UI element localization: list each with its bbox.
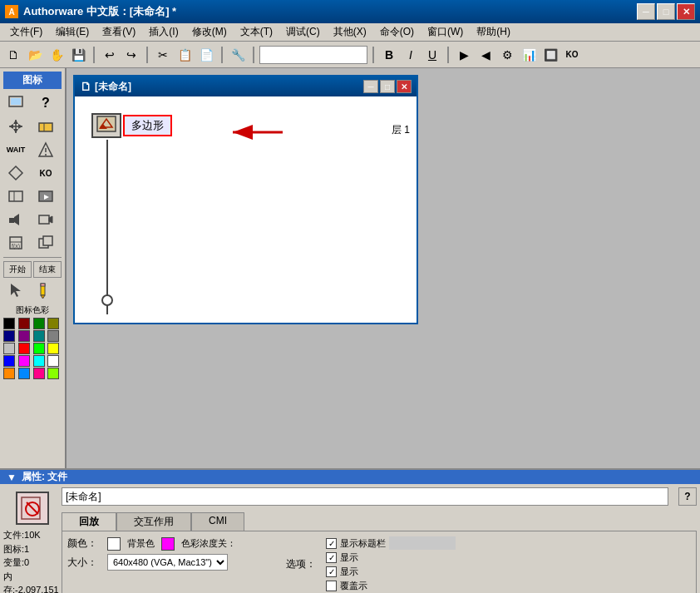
color-swatch-4[interactable] bbox=[3, 330, 15, 342]
cmi-options-row: 选项： ✓ 显示标题栏 ✓ 显示 bbox=[286, 536, 456, 592]
color-swatch-18[interactable] bbox=[33, 368, 45, 379]
minimize-button[interactable]: ─ bbox=[637, 3, 655, 20]
checkbox-1[interactable]: ✓ bbox=[326, 538, 337, 549]
color-swatch-3[interactable] bbox=[47, 318, 59, 329]
color-swatch-1[interactable] bbox=[18, 318, 30, 329]
menu-command[interactable]: 命令(O) bbox=[373, 23, 421, 41]
icon-decision[interactable] bbox=[3, 162, 28, 184]
pencil-tool[interactable] bbox=[30, 279, 55, 301]
gear-button[interactable]: ⚙ bbox=[497, 45, 517, 65]
color-swatch-9[interactable] bbox=[18, 343, 30, 354]
back-button[interactable]: ◀ bbox=[476, 45, 495, 65]
intensity-color-swatch[interactable] bbox=[161, 537, 175, 551]
menu-file[interactable]: 文件(F) bbox=[3, 23, 49, 41]
icon-sound[interactable] bbox=[3, 209, 28, 230]
arrow-pointer[interactable] bbox=[3, 279, 28, 301]
doc-maximize-button[interactable]: □ bbox=[380, 80, 395, 93]
open-button[interactable]: 📂 bbox=[25, 45, 45, 65]
settings-button[interactable]: 🔧 bbox=[228, 45, 248, 65]
icon-map[interactable] bbox=[3, 185, 28, 207]
menu-edit[interactable]: 编辑(E) bbox=[49, 23, 96, 41]
menu-view[interactable]: 查看(V) bbox=[96, 23, 142, 41]
color-swatch-2[interactable] bbox=[33, 318, 45, 329]
icon-nav[interactable] bbox=[33, 139, 58, 161]
doc-close-button[interactable]: ✕ bbox=[397, 80, 412, 93]
icon-calc[interactable]: f(x) bbox=[3, 232, 28, 254]
filename-input[interactable] bbox=[62, 487, 668, 506]
color-swatch-11[interactable] bbox=[47, 343, 59, 354]
new-button[interactable]: 🗋 bbox=[3, 45, 23, 65]
color-swatch-6[interactable] bbox=[33, 330, 45, 342]
close-button[interactable]: ✕ bbox=[677, 3, 695, 20]
blurred-content-1 bbox=[389, 536, 456, 550]
color-swatch-5[interactable] bbox=[18, 330, 30, 342]
icon-display[interactable] bbox=[3, 92, 28, 114]
maximize-button[interactable]: □ bbox=[657, 3, 675, 20]
color-swatch-12[interactable] bbox=[3, 355, 15, 367]
color-swatch-0[interactable] bbox=[3, 318, 15, 329]
play-button[interactable]: ▶ bbox=[454, 45, 474, 65]
svg-rect-16 bbox=[9, 218, 14, 223]
color-swatch-14[interactable] bbox=[33, 355, 45, 367]
color-swatch-16[interactable] bbox=[3, 368, 15, 379]
flow-node[interactable]: 多边形 bbox=[91, 113, 172, 138]
cut-button[interactable]: ✂ bbox=[153, 45, 173, 65]
bold-button[interactable]: B bbox=[379, 45, 399, 65]
ko-button[interactable]: KO bbox=[562, 45, 582, 65]
color-swatch-17[interactable] bbox=[18, 368, 30, 379]
svg-rect-6 bbox=[39, 123, 52, 131]
chart-button[interactable]: 📊 bbox=[519, 45, 539, 65]
properties-panel: ▼ 属性: 文件 文件:10K 图标:1 变量:0 内存:-2,097,151 bbox=[0, 468, 700, 593]
icon-digital-movie[interactable] bbox=[33, 185, 58, 207]
menu-window[interactable]: 窗口(W) bbox=[421, 23, 470, 41]
menu-help[interactable]: 帮助(H) bbox=[470, 23, 517, 41]
start-button[interactable]: 开始 bbox=[3, 261, 32, 278]
tab-playback[interactable]: 回放 bbox=[62, 512, 116, 531]
tab-cmi[interactable]: CMI bbox=[191, 512, 244, 531]
end-button[interactable]: 结束 bbox=[33, 261, 62, 278]
copy-button[interactable]: 📋 bbox=[175, 45, 195, 65]
hand-button[interactable]: ✋ bbox=[47, 45, 67, 65]
menu-modify[interactable]: 修改(M) bbox=[185, 23, 234, 41]
color-swatch-19[interactable] bbox=[47, 368, 59, 379]
color-swatch-7[interactable] bbox=[47, 330, 59, 342]
undo-button[interactable]: ↩ bbox=[100, 45, 120, 65]
font-dropdown[interactable] bbox=[259, 46, 367, 64]
menu-other[interactable]: 其他(X) bbox=[327, 23, 373, 41]
checkbox-3[interactable]: ✓ bbox=[326, 566, 337, 577]
memory-info: 内存:-2,097,151 bbox=[3, 570, 62, 593]
icon-ko[interactable]: KO bbox=[33, 162, 58, 184]
icon-group[interactable] bbox=[33, 232, 58, 254]
icon-erase[interactable] bbox=[33, 116, 58, 137]
redo-button[interactable]: ↪ bbox=[121, 45, 141, 65]
size-select[interactable]: 640x480 (VGA, Mac13") bbox=[107, 554, 228, 571]
menu-debug[interactable]: 调试(C) bbox=[279, 23, 327, 41]
icon-move[interactable] bbox=[3, 116, 28, 137]
color-swatch-8[interactable] bbox=[3, 343, 15, 354]
var-count: 变量:0 bbox=[3, 556, 62, 570]
checkbox-4[interactable] bbox=[326, 581, 337, 591]
toolbar-separator-2 bbox=[146, 47, 148, 63]
square-button[interactable]: 🔲 bbox=[540, 45, 560, 65]
color-swatch-13[interactable] bbox=[18, 355, 30, 367]
checkbox-2[interactable]: ✓ bbox=[326, 552, 337, 563]
doc-minimize-button[interactable]: ─ bbox=[363, 80, 378, 93]
toolbar-separator-6 bbox=[447, 47, 449, 63]
cmi-checkbox-2: ✓ 显示 bbox=[326, 551, 456, 564]
save-button[interactable]: 💾 bbox=[68, 45, 88, 65]
menu-text[interactable]: 文本(T) bbox=[234, 23, 279, 41]
italic-button[interactable]: I bbox=[401, 45, 421, 65]
bg-color-swatch[interactable] bbox=[107, 537, 121, 551]
svg-marker-2 bbox=[13, 120, 18, 124]
menu-insert[interactable]: 插入(I) bbox=[142, 23, 185, 41]
props-help-button[interactable]: ? bbox=[678, 487, 697, 506]
icon-video[interactable] bbox=[33, 209, 58, 230]
tab-interaction[interactable]: 交互作用 bbox=[116, 512, 191, 531]
paste-button[interactable]: 📄 bbox=[196, 45, 216, 65]
underline-button[interactable]: U bbox=[422, 45, 442, 65]
icon-wait[interactable]: WAIT bbox=[3, 139, 28, 161]
color-swatch-10[interactable] bbox=[33, 343, 45, 354]
doc-title-text: [未命名] bbox=[95, 80, 363, 94]
icon-help[interactable]: ? bbox=[33, 92, 58, 114]
color-swatch-15[interactable] bbox=[47, 355, 59, 367]
